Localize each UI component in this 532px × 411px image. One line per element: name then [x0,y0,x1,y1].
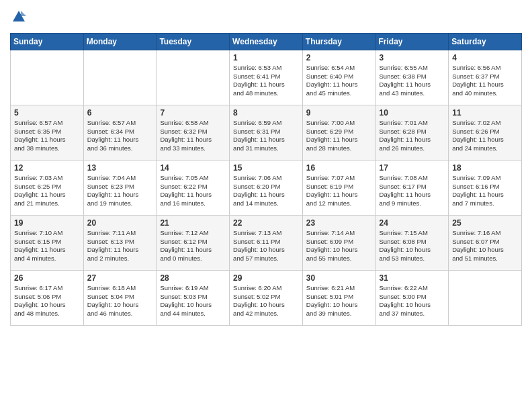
calendar-cell: 30Sunrise: 6:21 AM Sunset: 5:01 PM Dayli… [302,270,375,325]
day-number: 5 [14,108,80,118]
logo-icon [11,9,26,24]
calendar-cell: 9Sunrise: 7:00 AM Sunset: 6:29 PM Daylig… [302,105,375,160]
calendar-cell: 18Sunrise: 7:09 AM Sunset: 6:16 PM Dayli… [449,160,522,215]
day-info: Sunrise: 7:04 AM Sunset: 6:23 PM Dayligh… [87,174,153,208]
weekday-friday: Friday [375,33,449,50]
calendar-cell: 20Sunrise: 7:11 AM Sunset: 6:13 PM Dayli… [83,215,157,270]
calendar-cell: 3Sunrise: 6:55 AM Sunset: 6:38 PM Daylig… [375,50,449,105]
calendar-cell [11,50,84,105]
day-number: 14 [160,163,226,173]
day-info: Sunrise: 6:53 AM Sunset: 6:41 PM Dayligh… [233,64,299,98]
day-info: Sunrise: 6:22 AM Sunset: 5:00 PM Dayligh… [380,284,445,318]
day-number: 30 [306,273,372,283]
weekday-monday: Monday [83,33,157,50]
calendar-cell: 7Sunrise: 6:58 AM Sunset: 6:32 PM Daylig… [157,105,230,160]
day-info: Sunrise: 7:01 AM Sunset: 6:28 PM Dayligh… [380,119,445,153]
calendar-cell: 31Sunrise: 6:22 AM Sunset: 5:00 PM Dayli… [375,270,449,325]
day-number: 22 [233,218,299,228]
calendar-cell: 16Sunrise: 7:07 AM Sunset: 6:19 PM Dayli… [302,160,375,215]
day-number: 8 [233,108,299,118]
day-info: Sunrise: 7:12 AM Sunset: 6:12 PM Dayligh… [160,229,226,263]
calendar-container: SundayMondayTuesdayWednesdayThursdayFrid… [0,0,532,411]
day-number: 15 [233,163,299,173]
day-number: 12 [14,163,80,173]
weekday-sunday: Sunday [11,33,84,50]
day-number: 1 [233,53,299,62]
day-info: Sunrise: 6:54 AM Sunset: 6:40 PM Dayligh… [306,64,372,98]
day-number: 31 [380,273,445,283]
day-number: 27 [87,273,153,283]
calendar-cell: 28Sunrise: 6:19 AM Sunset: 5:03 PM Dayli… [157,270,230,325]
day-info: Sunrise: 6:57 AM Sunset: 6:34 PM Dayligh… [87,119,153,153]
weekday-saturday: Saturday [449,33,522,50]
day-number: 7 [160,108,226,118]
calendar-week-4: 19Sunrise: 7:10 AM Sunset: 6:15 PM Dayli… [11,215,522,270]
calendar-cell [157,50,230,105]
day-info: Sunrise: 7:11 AM Sunset: 6:13 PM Dayligh… [87,229,153,263]
day-number: 17 [380,163,445,173]
day-number: 29 [233,273,299,283]
calendar-week-3: 12Sunrise: 7:03 AM Sunset: 6:25 PM Dayli… [11,160,522,215]
calendar-cell: 6Sunrise: 6:57 AM Sunset: 6:34 PM Daylig… [83,105,157,160]
day-info: Sunrise: 7:13 AM Sunset: 6:11 PM Dayligh… [233,229,299,263]
day-info: Sunrise: 7:16 AM Sunset: 6:07 PM Dayligh… [452,229,518,263]
calendar-cell: 5Sunrise: 6:57 AM Sunset: 6:35 PM Daylig… [11,105,84,160]
day-number: 23 [306,218,372,228]
day-number: 11 [452,108,518,118]
day-info: Sunrise: 6:57 AM Sunset: 6:35 PM Dayligh… [14,119,80,153]
calendar-cell: 14Sunrise: 7:05 AM Sunset: 6:22 PM Dayli… [157,160,230,215]
calendar-cell: 22Sunrise: 7:13 AM Sunset: 6:11 PM Dayli… [230,215,303,270]
day-info: Sunrise: 6:17 AM Sunset: 5:06 PM Dayligh… [14,284,80,318]
day-number: 10 [380,108,445,118]
day-info: Sunrise: 7:14 AM Sunset: 6:09 PM Dayligh… [306,229,372,263]
day-info: Sunrise: 6:20 AM Sunset: 5:02 PM Dayligh… [233,284,299,318]
calendar-cell: 11Sunrise: 7:02 AM Sunset: 6:26 PM Dayli… [449,105,522,160]
day-number: 26 [14,273,80,283]
calendar-cell [449,270,522,325]
day-info: Sunrise: 6:18 AM Sunset: 5:04 PM Dayligh… [87,284,153,318]
day-info: Sunrise: 7:15 AM Sunset: 6:08 PM Dayligh… [380,229,445,263]
calendar-cell: 1Sunrise: 6:53 AM Sunset: 6:41 PM Daylig… [230,50,303,105]
day-info: Sunrise: 6:59 AM Sunset: 6:31 PM Dayligh… [233,119,299,153]
day-number: 4 [452,53,518,62]
calendar-cell: 24Sunrise: 7:15 AM Sunset: 6:08 PM Dayli… [375,215,449,270]
weekday-tuesday: Tuesday [157,33,230,50]
svg-marker-1 [21,11,26,16]
day-info: Sunrise: 7:05 AM Sunset: 6:22 PM Dayligh… [160,174,226,208]
day-info: Sunrise: 7:07 AM Sunset: 6:19 PM Dayligh… [306,174,372,208]
day-number: 9 [306,108,372,118]
header [10,7,522,28]
calendar-cell: 25Sunrise: 7:16 AM Sunset: 6:07 PM Dayli… [449,215,522,270]
calendar-cell: 2Sunrise: 6:54 AM Sunset: 6:40 PM Daylig… [302,50,375,105]
day-info: Sunrise: 7:00 AM Sunset: 6:29 PM Dayligh… [306,119,372,153]
calendar-week-1: 1Sunrise: 6:53 AM Sunset: 6:41 PM Daylig… [11,50,522,105]
calendar-cell: 27Sunrise: 6:18 AM Sunset: 5:04 PM Dayli… [83,270,157,325]
weekday-header-row: SundayMondayTuesdayWednesdayThursdayFrid… [11,33,522,50]
weekday-thursday: Thursday [302,33,375,50]
calendar-cell [83,50,157,105]
calendar-cell: 19Sunrise: 7:10 AM Sunset: 6:15 PM Dayli… [11,215,84,270]
weekday-wednesday: Wednesday [230,33,303,50]
calendar-cell: 26Sunrise: 6:17 AM Sunset: 5:06 PM Dayli… [11,270,84,325]
day-info: Sunrise: 7:06 AM Sunset: 6:20 PM Dayligh… [233,174,299,208]
day-number: 28 [160,273,226,283]
calendar-cell: 23Sunrise: 7:14 AM Sunset: 6:09 PM Dayli… [302,215,375,270]
calendar-cell: 21Sunrise: 7:12 AM Sunset: 6:12 PM Dayli… [157,215,230,270]
calendar-cell: 4Sunrise: 6:56 AM Sunset: 6:37 PM Daylig… [449,50,522,105]
calendar-cell: 10Sunrise: 7:01 AM Sunset: 6:28 PM Dayli… [375,105,449,160]
calendar-cell: 29Sunrise: 6:20 AM Sunset: 5:02 PM Dayli… [230,270,303,325]
day-number: 20 [87,218,153,228]
day-number: 16 [306,163,372,173]
day-info: Sunrise: 7:09 AM Sunset: 6:16 PM Dayligh… [452,174,518,208]
day-number: 21 [160,218,226,228]
day-number: 19 [14,218,80,228]
day-info: Sunrise: 6:21 AM Sunset: 5:01 PM Dayligh… [306,284,372,318]
day-info: Sunrise: 6:56 AM Sunset: 6:37 PM Dayligh… [452,64,518,98]
calendar-cell: 8Sunrise: 6:59 AM Sunset: 6:31 PM Daylig… [230,105,303,160]
day-number: 3 [380,53,445,62]
day-number: 18 [452,163,518,173]
calendar-cell: 15Sunrise: 7:06 AM Sunset: 6:20 PM Dayli… [230,160,303,215]
day-info: Sunrise: 6:58 AM Sunset: 6:32 PM Dayligh… [160,119,226,153]
day-number: 25 [452,218,518,228]
day-info: Sunrise: 6:19 AM Sunset: 5:03 PM Dayligh… [160,284,226,318]
